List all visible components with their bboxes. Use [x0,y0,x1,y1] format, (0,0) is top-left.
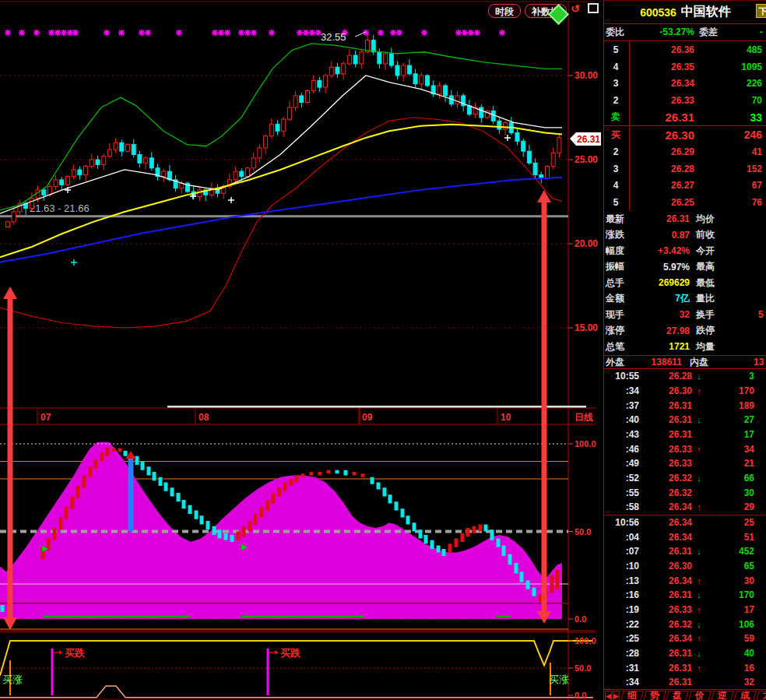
stat-value: 27.98 [631,325,690,336]
tick-row: :0726.31↓452 [604,544,766,559]
buy-level-row[interactable]: 426.2767 [604,178,766,195]
tick-direction-icon: ↑ [692,576,706,586]
tick-time: :16 [604,589,639,600]
level-price: 26.35 [627,62,694,72]
level-volume: 67 [694,180,766,191]
tick-row: :1626.31↓170 [604,588,766,603]
tick-volume: 66 [706,473,754,484]
level-price: 26.33 [627,95,694,106]
neipan-label: 内盘 [690,356,708,369]
window-icon[interactable] [588,3,599,13]
stat-value: 7亿 [631,292,690,305]
tab-成[interactable]: 成 [735,691,755,700]
tick-volume: 65 [706,561,754,572]
tick-volume: 30 [706,575,754,586]
tick-volume: 40 [706,648,754,659]
tick-time: :49 [604,458,639,469]
tick-time: :31 [604,663,639,674]
stat-label: 今开 [696,244,721,258]
tick-price: 26.32 [639,473,692,484]
tick-volume: 59 [706,633,754,644]
waipan-row: 外盘 138611 内盘 13 [604,356,766,369]
svg-text:26.31: 26.31 [577,134,600,145]
svg-text:买涨: 买涨 [2,674,23,685]
stat-row: 总笔1721均量 [604,339,766,355]
svg-text:100.0: 100.0 [574,439,596,448]
tick-volume: 189 [706,400,754,411]
buy-level-row[interactable]: 326.28152 [604,160,766,178]
tick-direction-icon: ↓ [692,547,706,556]
ma-lines [0,44,562,262]
refresh-icon[interactable]: ↺ [571,2,580,15]
tick-volume: 3 [706,371,754,382]
tick-price: 26.34 [639,517,692,528]
tick-volume: 17 [706,429,754,440]
svg-text:买跌: 买跌 [65,647,85,659]
stat-value: 5 [758,309,764,320]
tick-time: :34 [604,385,639,396]
tick-row: 10:5526.28↓3 [604,369,766,384]
svg-text:08: 08 [199,412,209,423]
tab-价[interactable]: 价 [690,691,710,700]
buy-level-row[interactable]: 526.2576 [604,194,766,211]
tick-time: :10 [604,561,639,572]
scrollbar[interactable] [167,406,586,408]
sell-level-row[interactable]: 426.351095 [604,58,766,76]
svg-text:30.00: 30.00 [574,70,598,81]
stat-row: 振幅5.97%最高 [604,259,766,276]
stat-label: 最新 [604,213,631,226]
tab-盘[interactable]: 盘 [667,691,687,700]
corner-icon[interactable]: 下 [756,4,766,18]
stat-value: 32 [631,309,690,320]
waipan-label: 外盘 [604,356,624,369]
weibi-row: 委比 -53.27% 委差 - [604,24,766,41]
level-label: 买 [604,128,627,142]
tick-volume: 106 [706,619,754,630]
stock-code: 600536 [640,6,676,19]
period-button[interactable]: 时段 [488,4,521,18]
tick-row: :2526.34↑59 [604,631,766,646]
tick-time: :25 [604,633,639,644]
tab-势[interactable]: 势 [645,691,665,700]
tick-volume: 170 [706,385,754,396]
sell-level-row[interactable]: 226.3370 [604,92,766,109]
tick-row: :3426.30↑170 [604,384,766,399]
buy-level-row[interactable]: 买26.30246 [604,125,766,143]
stat-label: 幅度 [604,244,631,258]
stat-value: +3.42% [631,245,690,256]
stat-label: 振幅 [604,260,631,273]
level-label: 卖 [604,111,627,124]
level-label: 5 [604,197,627,208]
stat-row: 幅度+3.42%今开 [604,243,766,259]
kline-chart-canvas[interactable]: 30.0025.0020.0015.0021.63 - 21.6632.5526… [0,0,603,700]
tick-price: 26.31 [639,648,692,659]
tick-price: 26.31 [639,663,692,674]
sell-level-row[interactable]: 526.36485 [604,41,766,58]
tab-scroll-right-icon[interactable]: ▶ [613,691,620,700]
sell-level-row[interactable]: 卖26.3133 [604,109,766,126]
stat-value: 0.87 [631,230,690,241]
tick-price: 26.34 [639,532,692,543]
tick-direction-icon: ↑ [692,386,706,396]
tab-逆[interactable]: 逆 [712,691,733,700]
tick-direction-icon: ↑ [692,445,706,454]
level-label: 2 [604,95,627,106]
tick-row: :5226.32↓66 [604,471,766,486]
level-volume: 485 [694,44,766,55]
level-volume: 41 [694,146,766,157]
buy-level-row[interactable]: 226.2941 [604,143,766,160]
tab-scroll-left-icon[interactable]: ◀ [605,691,612,700]
tick-volume: 452 [706,546,754,557]
level-price: 26.29 [627,146,694,157]
tab-细[interactable]: 细 [622,691,642,700]
tick-time: :46 [604,444,639,455]
level-label: 2 [604,146,627,157]
stock-header: 600536 中国软件 下 [604,1,766,24]
weibi-label: 委比 [606,24,624,40]
tick-direction-icon: ↓ [692,649,706,658]
stat-label: 金额 [604,292,631,305]
quote-panel: 600536 中国软件 下 委比 -53.27% 委差 - 526.364854… [603,0,766,700]
level-volume: 33 [694,111,766,124]
tab-龙[interactable]: 龙 [757,691,766,700]
sell-level-row[interactable]: 326.34226 [604,75,766,92]
